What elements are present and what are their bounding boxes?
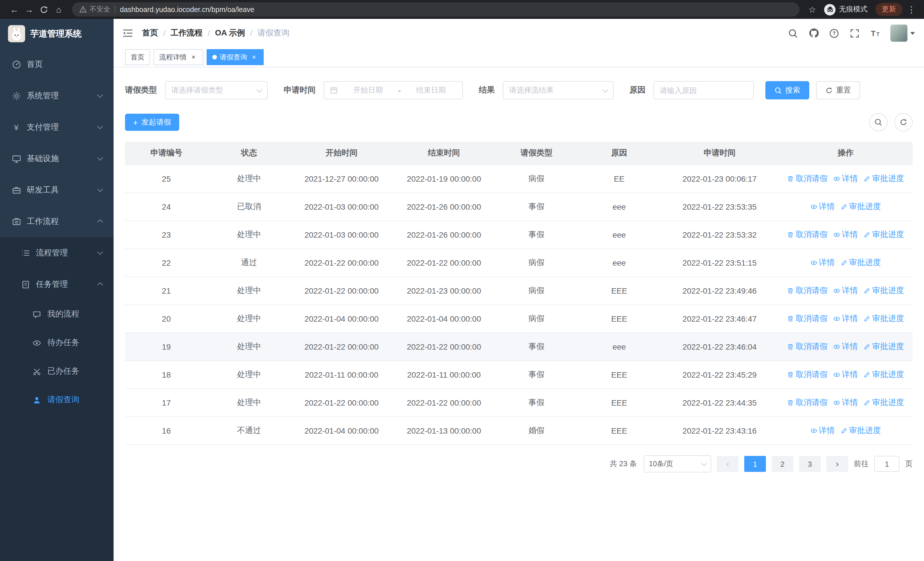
sidebar-item-done-tasks[interactable]: 已办任务 — [0, 357, 114, 386]
cancel-leave-link[interactable]: 取消请假 — [787, 341, 828, 352]
cell-reason: EEE — [578, 389, 661, 417]
page-size-value: 10条/页 — [649, 459, 673, 469]
progress-link[interactable]: 审批进度 — [864, 398, 904, 408]
progress-link[interactable]: 审批进度 — [840, 202, 881, 212]
cancel-leave-link[interactable]: 取消请假 — [787, 286, 828, 296]
cell-reason: EEE — [578, 361, 661, 389]
browser-menu-button[interactable]: ⋮ — [906, 4, 917, 15]
sidebar-item-process-management[interactable]: 流程管理 — [0, 237, 114, 269]
warning-icon — [80, 6, 87, 13]
sidebar-item-todo-tasks[interactable]: 待办任务 — [0, 328, 114, 357]
sidebar-item-system[interactable]: 系统管理 — [0, 80, 114, 111]
reload-button[interactable] — [36, 2, 51, 17]
sidebar-item-home[interactable]: 首页 — [0, 48, 114, 80]
detail-link[interactable]: 详情 — [810, 258, 835, 268]
progress-link[interactable]: 审批进度 — [840, 426, 881, 436]
progress-link[interactable]: 审批进度 — [864, 314, 904, 324]
detail-link[interactable]: 详情 — [833, 370, 858, 380]
sidebar-item-payment[interactable]: ¥ 支付管理 — [0, 111, 114, 143]
cell-id: 18 — [125, 361, 208, 389]
sidebar-item-leave-query[interactable]: 请假查询 — [0, 386, 114, 414]
detail-link[interactable]: 详情 — [833, 286, 858, 296]
tab-leave-query[interactable]: 请假查询 × — [207, 49, 264, 65]
refresh-table-button[interactable] — [894, 113, 913, 131]
result-select[interactable]: 请选择流结果 — [503, 81, 614, 99]
progress-link[interactable]: 审批进度 — [864, 230, 904, 240]
page-button-3[interactable]: 3 — [799, 456, 821, 472]
cancel-leave-link[interactable]: 取消请假 — [787, 370, 828, 380]
cell-apply-time: 2022-01-22 23:43:16 — [661, 417, 779, 445]
forward-button[interactable]: → — [22, 2, 36, 17]
chevron-up-icon — [97, 220, 103, 225]
create-leave-button[interactable]: + 发起请假 — [125, 114, 179, 131]
progress-link[interactable]: 审批进度 — [840, 258, 881, 268]
sidebar-item-workflow[interactable]: 工作流程 — [0, 206, 114, 237]
cell-actions: 取消请假详情审批进度 — [779, 165, 913, 193]
home-button[interactable]: ⌂ — [51, 2, 66, 17]
detail-link[interactable]: 详情 — [833, 314, 858, 324]
collapse-sidebar-button[interactable] — [123, 29, 133, 38]
github-icon[interactable] — [808, 28, 819, 39]
tab-home[interactable]: 首页 — [125, 49, 150, 65]
goto-page-input[interactable] — [874, 456, 900, 472]
breadcrumb-item-workflow[interactable]: 工作流程 — [171, 28, 202, 38]
cell-start-time: 2022-01-22 00:00:00 — [291, 389, 393, 417]
reset-button[interactable]: 重置 — [816, 81, 860, 99]
prev-page-button[interactable]: ‹ — [717, 456, 738, 472]
detail-link[interactable]: 详情 — [833, 174, 858, 184]
toggle-search-button[interactable] — [869, 113, 888, 131]
cancel-leave-link[interactable]: 取消请假 — [787, 230, 828, 240]
page-size-select[interactable]: 10条/页 — [644, 455, 711, 472]
sidebar-item-my-process[interactable]: 我的流程 — [0, 300, 114, 328]
reason-input[interactable] — [654, 81, 754, 99]
fullscreen-icon[interactable] — [849, 28, 860, 39]
cell-actions: 取消请假详情审批进度 — [779, 305, 913, 333]
sidebar-item-devtools[interactable]: 研发工具 — [0, 174, 114, 206]
app-logo[interactable]: 芋道管理系统 — [0, 19, 114, 48]
security-warning[interactable]: 不安全 — [80, 5, 110, 14]
cell-id: 25 — [125, 165, 208, 193]
sidebar-item-infrastructure[interactable]: 基础设施 — [0, 143, 114, 174]
search-icon[interactable] — [788, 28, 798, 39]
detail-link[interactable]: 详情 — [833, 341, 858, 352]
tab-process-detail[interactable]: 流程详情 × — [153, 49, 203, 65]
detail-link[interactable]: 详情 — [810, 202, 835, 212]
close-icon[interactable]: × — [250, 53, 258, 61]
cell-leave-type: 事假 — [495, 333, 578, 361]
progress-link[interactable]: 审批进度 — [864, 174, 904, 184]
close-icon[interactable]: × — [189, 53, 198, 61]
cancel-leave-link[interactable]: 取消请假 — [787, 174, 828, 184]
breadcrumb-item-home[interactable]: 首页 — [142, 28, 158, 38]
sidebar-item-task-management[interactable]: 任务管理 — [0, 269, 114, 300]
progress-link[interactable]: 审批进度 — [864, 370, 904, 380]
table-row: 18 处理中 2022-01-11 00:00:00 2022-01-11 00… — [125, 361, 913, 389]
search-button[interactable]: 搜索 — [765, 81, 809, 99]
detail-link[interactable]: 详情 — [833, 398, 858, 408]
page-button-1[interactable]: 1 — [744, 456, 766, 472]
apply-time-range-picker[interactable]: 开始日期 - 结束日期 — [324, 81, 463, 99]
detail-link[interactable]: 详情 — [833, 230, 858, 240]
update-button[interactable]: 更新 — [876, 3, 902, 16]
active-tab-dot — [212, 55, 217, 59]
cell-id: 20 — [125, 305, 208, 333]
edit-icon — [864, 232, 870, 238]
next-page-button[interactable]: › — [826, 456, 848, 472]
back-button[interactable]: ← — [7, 2, 22, 17]
page-button-2[interactable]: 2 — [772, 456, 793, 472]
cancel-leave-link[interactable]: 取消请假 — [787, 314, 828, 324]
address-divider — [115, 6, 115, 13]
detail-link[interactable]: 详情 — [810, 426, 835, 436]
progress-link[interactable]: 审批进度 — [864, 286, 904, 296]
font-size-icon[interactable]: TT — [870, 28, 880, 39]
sidebar-item-label: 流程管理 — [36, 248, 68, 258]
cancel-leave-link[interactable]: 取消请假 — [787, 398, 828, 408]
user-menu[interactable] — [890, 24, 915, 42]
leave-type-select[interactable]: 请选择请假类型 — [165, 81, 268, 99]
bookmark-star-icon[interactable]: ☆ — [808, 4, 816, 15]
help-icon[interactable]: ? — [829, 28, 840, 39]
cell-status: 处理中 — [208, 361, 291, 389]
progress-link[interactable]: 审批进度 — [864, 341, 904, 352]
address-bar[interactable]: 不安全 dashboard.yudao.iocoder.cn/bpm/oa/le… — [72, 2, 799, 17]
breadcrumb-item-oa-example[interactable]: OA 示例 — [215, 28, 245, 38]
cell-reason: eee — [578, 221, 661, 249]
